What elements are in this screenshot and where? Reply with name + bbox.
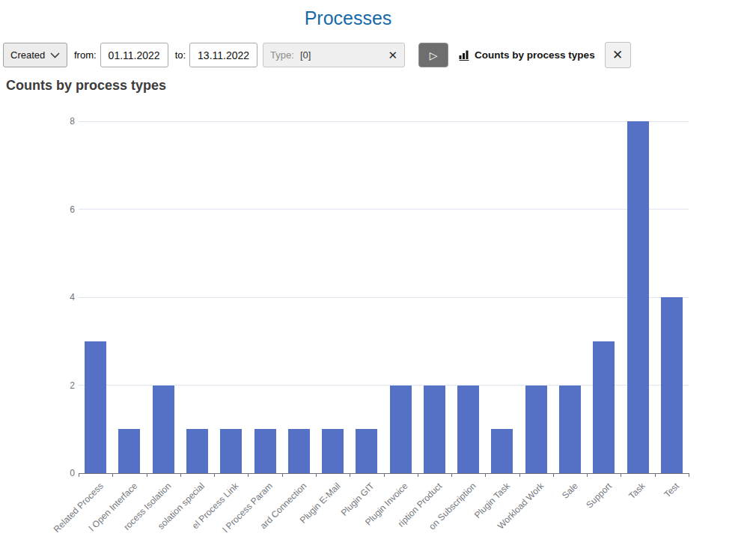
y-axis-tick-label: 8: [45, 115, 75, 127]
page-title-container: Processes: [0, 7, 696, 29]
type-filter-value: [0]: [300, 49, 311, 61]
bar[interactable]: [525, 386, 547, 474]
run-query-button[interactable]: ▷: [418, 43, 448, 67]
x-axis-tick: [248, 473, 249, 477]
x-axis-tick: [418, 473, 418, 477]
x-axis-tick: [655, 473, 656, 477]
bar[interactable]: [288, 429, 310, 473]
chart-title: Counts by process types: [6, 78, 166, 94]
bar[interactable]: [627, 121, 649, 473]
y-grid-line: [79, 297, 689, 298]
bar[interactable]: [254, 429, 276, 473]
filter-toolbar: Created from: to: Type: [0] ✕ ▷ Counts b…: [3, 42, 631, 68]
x-axis-tick: [350, 473, 350, 477]
bar[interactable]: [356, 429, 377, 473]
play-icon: ▷: [430, 50, 438, 61]
x-axis-tick: [147, 473, 147, 477]
bar-chart-icon: [459, 50, 475, 61]
bar[interactable]: [593, 341, 615, 473]
bar[interactable]: [220, 429, 242, 473]
page-title: Processes: [305, 7, 392, 28]
x-axis-tick: [689, 473, 689, 477]
y-axis-tick-label: 4: [45, 291, 75, 303]
x-axis-tick: [519, 473, 520, 477]
x-axis-category-label: Test: [662, 481, 681, 499]
x-axis-tick: [553, 473, 554, 477]
x-axis-tick: [621, 473, 621, 477]
x-axis-tick: [587, 473, 588, 477]
bar-chart: 02468Related Processl Open Interfaceroce…: [0, 105, 756, 554]
x-axis-tick: [485, 473, 486, 477]
close-icon: ✕: [612, 49, 623, 61]
to-date-input[interactable]: [189, 43, 257, 67]
x-axis-tick: [384, 473, 385, 477]
x-axis-tick: [180, 473, 181, 477]
x-axis-tick: [112, 473, 113, 477]
type-filter-field[interactable]: Type: [0] ✕: [263, 43, 405, 67]
y-axis-tick-label: 6: [45, 204, 75, 216]
type-filter-label: Type:: [270, 49, 294, 61]
bar[interactable]: [118, 429, 140, 473]
x-axis-tick: [79, 473, 79, 477]
bar[interactable]: [457, 386, 479, 474]
x-axis-tick: [451, 473, 452, 477]
x-axis-category-label: Sale: [560, 481, 580, 501]
y-grid-line: [79, 121, 689, 122]
x-axis-tick: [316, 473, 317, 477]
bar[interactable]: [390, 386, 412, 474]
active-view-chip: Counts by process types: [459, 49, 595, 61]
close-view-button[interactable]: ✕: [605, 42, 631, 68]
bar[interactable]: [85, 341, 106, 473]
bar[interactable]: [186, 429, 208, 473]
active-view-label: Counts by process types: [475, 49, 595, 61]
x-axis-tick: [282, 473, 283, 477]
chevron-down-icon: [50, 52, 60, 58]
type-filter-clear-icon[interactable]: ✕: [388, 49, 398, 62]
x-axis-category-label: Task: [627, 481, 647, 501]
date-field-dropdown-value: Created: [10, 49, 45, 61]
bar[interactable]: [559, 386, 581, 474]
x-axis-tick: [214, 473, 215, 477]
date-field-dropdown[interactable]: Created: [3, 43, 67, 67]
y-axis-tick-label: 2: [45, 380, 75, 392]
y-axis-tick-label: 0: [45, 467, 75, 479]
bar[interactable]: [153, 386, 174, 474]
bar[interactable]: [322, 429, 344, 473]
y-grid-line: [79, 209, 689, 210]
bar[interactable]: [661, 297, 683, 473]
bar[interactable]: [424, 386, 445, 474]
bar[interactable]: [491, 429, 513, 473]
from-date-input[interactable]: [100, 43, 168, 67]
to-label: to:: [175, 49, 186, 61]
x-axis-category-label: Support: [584, 481, 614, 511]
from-label: from:: [74, 49, 97, 61]
